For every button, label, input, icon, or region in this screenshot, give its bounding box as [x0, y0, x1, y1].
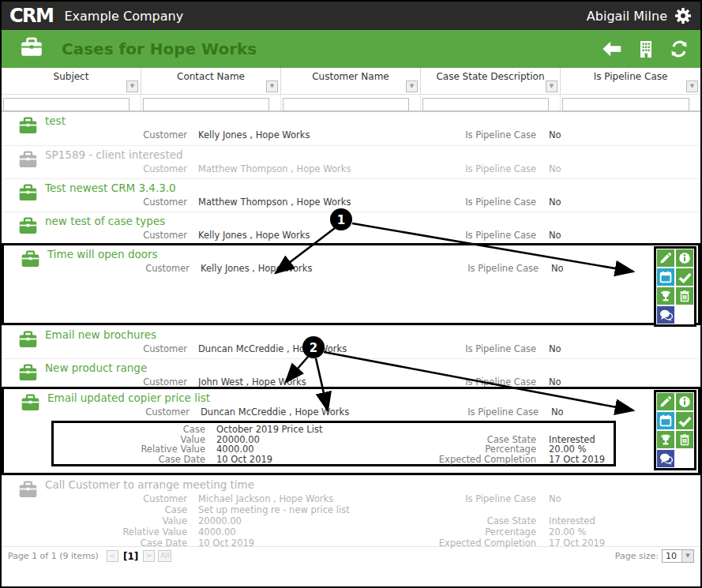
win-trophy-icon[interactable]	[657, 287, 674, 305]
win-trophy-icon[interactable]	[657, 431, 674, 448]
case-subject-link[interactable]: Email new brochures	[45, 328, 700, 343]
info-icon[interactable]	[676, 249, 693, 267]
pager-current-page[interactable]: [1]	[123, 551, 138, 562]
column-header-customer-name[interactable]: Customer Name▼	[281, 68, 421, 94]
case-row-email-updated-copier-price-list[interactable]: Email updated copier price listCustomerD…	[2, 387, 700, 475]
field-value: 17 Oct 2019	[549, 454, 605, 465]
delete-trash-icon[interactable]	[676, 431, 693, 448]
case-row-email-new-brochures[interactable]: Email new brochuresCustomerDuncan McCred…	[2, 325, 700, 358]
filter-input-is-pipeline-case[interactable]	[562, 98, 689, 111]
column-filter-icon[interactable]: ▼	[546, 81, 557, 92]
field-value: No	[549, 376, 561, 388]
complete-check-icon[interactable]	[676, 268, 693, 286]
filter-input-case-state-description[interactable]	[422, 98, 549, 111]
case-row-time-will-open-doors[interactable]: Time will open doorsCustomerKelly Jones …	[2, 243, 700, 325]
column-header-label: Case State Description	[421, 68, 560, 82]
field-value: No	[549, 230, 561, 241]
field-label: Expected Completion	[357, 537, 536, 549]
column-header-subject[interactable]: Subject▼	[2, 68, 141, 94]
column-header-contact-name[interactable]: Contact Name▼	[141, 68, 281, 94]
column-filter-icon[interactable]: ▼	[126, 81, 138, 92]
case-subject-link[interactable]: SP1589 - client interested	[45, 148, 700, 163]
field-label: Customer	[2, 230, 187, 241]
case-detail-line: CustomerDuncan McCreddie , Hope WorksIs …	[4, 406, 698, 418]
case-row-new-product-range[interactable]: New product rangeCustomerJohn West , Hop…	[2, 358, 700, 387]
right-field: Is Pipeline CaseNo	[357, 230, 561, 241]
case-detail-line: CustomerMichael Jackson , Hope WorksIs P…	[2, 493, 700, 504]
case-subject-link[interactable]: Call Customer to arrange meeting time	[45, 478, 700, 493]
case-row-sp1589-client-interested[interactable]: SP1589 - client interestedCustomerMatthe…	[2, 145, 700, 178]
page-size-select[interactable]: 10 ▼	[662, 549, 694, 563]
case-subject-link[interactable]: Test newest CRM 3.4.3.0	[45, 182, 700, 197]
right-field: Is Pipeline CaseNo	[359, 263, 564, 274]
right-field: Is Pipeline CaseNo	[357, 343, 561, 354]
calendar-icon[interactable]	[657, 268, 674, 286]
chat-bubbles-icon[interactable]	[657, 306, 674, 324]
case-detail-line: CaseSet up meeting re - new price list	[2, 504, 700, 515]
page-title: Cases for Hope Works	[62, 39, 257, 58]
field-value: No	[549, 163, 561, 174]
cases-briefcase-icon	[19, 36, 44, 62]
field-label: Is Pipeline Case	[359, 263, 539, 274]
field-label: Customer	[2, 129, 187, 140]
case-subject-link[interactable]: Email updated copier price list	[47, 391, 698, 406]
right-field: Case StateInterested	[357, 515, 595, 526]
field-label: Customer	[2, 163, 187, 174]
case-row-test[interactable]: testCustomerKelly Jones , Hope WorksIs P…	[2, 112, 700, 145]
field-value: 17 Oct 2019	[549, 537, 605, 549]
field-label: Percentage	[357, 526, 536, 537]
right-field: Expected Completion17 Oct 2019	[359, 454, 605, 465]
column-filter-icon[interactable]: ▼	[266, 81, 278, 92]
case-subject-link[interactable]: Time will open doors	[47, 248, 698, 263]
filter-input-contact-name[interactable]	[143, 98, 269, 111]
pager-prev-button[interactable]: <	[107, 550, 118, 562]
field-label: Is Pipeline Case	[357, 343, 536, 354]
column-header-is-pipeline-case[interactable]: Is Pipeline Case▼	[561, 68, 700, 94]
chat-bubbles-icon[interactable]	[657, 450, 674, 467]
calendar-icon[interactable]	[657, 412, 674, 429]
field-label: Relative Value	[2, 526, 187, 537]
field-value: Michael Jackson , Hope Works	[198, 493, 333, 504]
filter-cell	[2, 95, 141, 110]
settings-gear-icon[interactable]	[674, 6, 693, 25]
filter-input-customer-name[interactable]	[283, 98, 409, 111]
case-row-test-newest-crm-3-4-3-0[interactable]: Test newest CRM 3.4.3.0CustomerMatthew T…	[2, 178, 700, 212]
column-header-case-state-description[interactable]: Case State Description▼	[421, 68, 561, 94]
case-detail-line: Case Date10 Oct 2019Expected Completion1…	[54, 454, 614, 464]
case-row-call-customer-to-arrange-meeting-time[interactable]: Call Customer to arrange meeting timeCus…	[2, 475, 700, 546]
case-subject-link[interactable]: new test of case types	[45, 215, 700, 230]
case-detail-line: CustomerKelly Jones , Hope WorksIs Pipel…	[2, 129, 700, 141]
edit-pencil-icon[interactable]	[657, 393, 674, 410]
case-row-new-test-of-case-types[interactable]: new test of case typesCustomerKelly Jone…	[2, 212, 700, 243]
field-label: Customer	[2, 376, 187, 388]
company-building-icon[interactable]	[636, 39, 656, 59]
field-value: Kelly Jones , Hope Works	[198, 129, 310, 140]
delete-trash-icon[interactable]	[676, 287, 693, 305]
refresh-icon[interactable]	[669, 39, 689, 59]
field-label: Is Pipeline Case	[357, 163, 536, 174]
field-value: Matthew Thompson , Hope Works	[198, 197, 351, 208]
field-label: Is Pipeline Case	[359, 406, 539, 418]
case-subject-link[interactable]: New product range	[45, 361, 700, 376]
right-field: Is Pipeline CaseNo	[359, 406, 564, 418]
pager-bar: Page 1 of 1 (9 items) < [1] > All Page s…	[2, 546, 700, 565]
column-filter-icon[interactable]: ▼	[406, 81, 418, 92]
info-icon[interactable]	[676, 393, 693, 410]
back-arrow-icon[interactable]	[601, 39, 623, 59]
column-filter-icon[interactable]: ▼	[686, 81, 698, 92]
right-field: Is Pipeline CaseNo	[357, 129, 561, 140]
crm-logo: CRM	[9, 6, 53, 25]
field-label: Customer	[2, 493, 187, 504]
case-detail-line: Value20000.00Case StateInterested	[2, 515, 700, 526]
pager-next-button[interactable]: >	[143, 550, 155, 562]
field-value: 20000.00	[198, 515, 242, 526]
complete-check-icon[interactable]	[676, 412, 693, 429]
case-action-block	[654, 390, 696, 470]
page-size-dropdown-icon[interactable]: ▼	[681, 550, 693, 562]
field-value: 10 Oct 2019	[216, 454, 272, 465]
case-subject-link[interactable]: test	[45, 114, 700, 129]
edit-pencil-icon[interactable]	[657, 249, 674, 267]
case-detail-line: Relative Value4000.00Percentage20.00 %	[2, 526, 700, 537]
filter-input-subject[interactable]	[3, 98, 130, 111]
pager-all-button[interactable]: All	[158, 550, 171, 562]
